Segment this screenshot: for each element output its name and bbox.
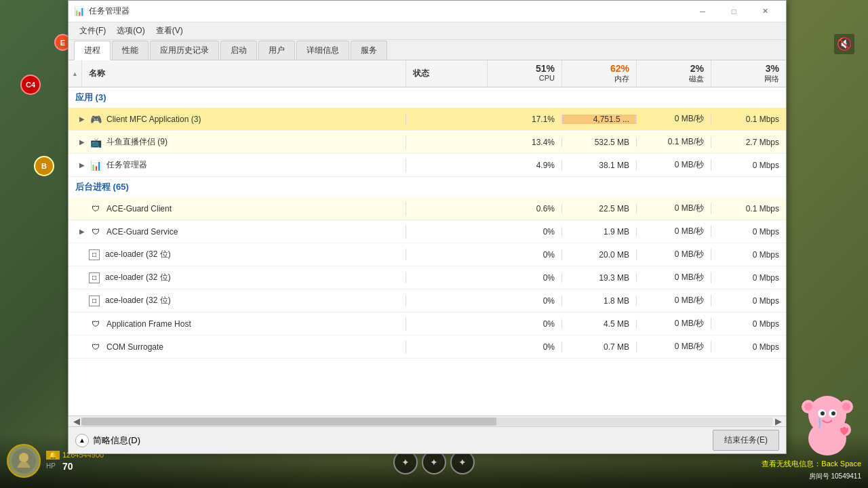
app-icon: 🛡: [89, 340, 102, 354]
row-disk: 0.1 MB/秒: [637, 136, 711, 148]
process-name: ace-loader (32 位): [105, 272, 399, 283]
row-mem: 20.0 MB: [562, 250, 637, 260]
menu-view[interactable]: 查看(V): [151, 23, 189, 39]
menu-file[interactable]: 文件(F): [74, 23, 111, 39]
row-disk: 0 MB/秒: [637, 249, 711, 260]
table-row[interactable]: ▶ □ ace-loader (32 位) 0% 20.0 MB 0 MB/秒 …: [68, 243, 786, 266]
table-row[interactable]: ▶ 🛡 Application Frame Host 0% 4.5 MB 0 M…: [68, 312, 786, 336]
tab-bar: 进程 性能 应用历史记录 启动 用户 详细信息 服务: [68, 40, 786, 60]
expand-icon[interactable]: ▶: [75, 161, 89, 169]
col-header-mem[interactable]: 62% 内存: [562, 60, 637, 87]
close-button[interactable]: ✕: [749, 1, 781, 22]
tab-users[interactable]: 用户: [258, 41, 295, 60]
row-cpu: 0%: [488, 227, 562, 237]
row-net: 0 Mbps: [711, 250, 786, 260]
process-name: COM Surrogate: [106, 342, 399, 352]
cartoon-character: [800, 381, 854, 458]
tab-services[interactable]: 服务: [351, 41, 387, 60]
process-name: ACE-Guard Client: [106, 204, 399, 214]
row-mem: 38.1 MB: [562, 161, 637, 170]
col-header-disk[interactable]: 2% 磁盘: [637, 60, 711, 87]
table-row[interactable]: ▶ 📊 任务管理器 4.9% 38.1 MB 0 MB/秒 0 Mbps: [68, 154, 786, 177]
svg-point-7: [831, 411, 835, 415]
window-icon: 📊: [74, 6, 85, 17]
table-row[interactable]: ▶ 📺 斗鱼直播伴侣 (9) 13.4% 532.5 MB 0.1 MB/秒 2…: [68, 131, 786, 154]
row-disk: 0 MB/秒: [637, 272, 711, 283]
row-mem: 1.9 MB: [562, 227, 637, 237]
col-header-net[interactable]: 3% 网络: [711, 60, 786, 87]
row-mem: 4,751.5 ...: [562, 115, 637, 124]
row-disk: 0 MB/秒: [637, 159, 711, 171]
col-header-status[interactable]: 状态: [406, 60, 488, 87]
svg-point-1: [19, 453, 28, 462]
horizontal-scrollbar[interactable]: ◀ ▶: [68, 415, 786, 426]
row-cpu: 0%: [488, 342, 562, 352]
menu-options[interactable]: 选项(O): [111, 23, 150, 39]
mem-pct: 62%: [569, 63, 629, 74]
tab-performance[interactable]: 性能: [112, 41, 149, 60]
scroll-track[interactable]: [81, 418, 773, 426]
cpu-label: CPU: [494, 74, 555, 82]
disk-pct: 2%: [644, 63, 704, 74]
svg-point-6: [821, 411, 825, 415]
row-name-ace-client: ▶ 🛡 ACE-Guard Client: [68, 202, 406, 216]
mem-label: 内存: [569, 74, 629, 84]
row-name-taskmgr: ▶ 📊 任务管理器: [68, 159, 406, 172]
window-title: 任务管理器: [89, 5, 687, 17]
svg-point-10: [804, 403, 812, 411]
maximize-button[interactable]: □: [718, 1, 749, 22]
row-disk: 0 MB/秒: [637, 341, 711, 352]
table-row[interactable]: ▶ 🎮 Client MFC Application (3) 17.1% 4,7…: [68, 108, 786, 131]
table-header: ▲ 名称 状态 51% CPU 62% 内存 2% 磁盘 3% 网络: [68, 60, 786, 87]
svg-point-11: [842, 403, 850, 411]
tab-startup[interactable]: 启动: [220, 41, 257, 60]
row-cpu: 0.6%: [488, 204, 562, 214]
tab-processes[interactable]: 进程: [74, 41, 111, 60]
row-name-ace-service: ▶ 🛡 ACE-Guard Service: [68, 225, 406, 239]
end-task-button[interactable]: 结束任务(E): [713, 430, 779, 451]
collapse-button[interactable]: ▲: [75, 434, 89, 447]
table-row[interactable]: ▶ □ ace-loader (32 位) 0% 1.8 MB 0 MB/秒 0…: [68, 289, 786, 312]
sound-icon[interactable]: 🔇: [834, 34, 854, 54]
row-disk: 0 MB/秒: [637, 318, 711, 329]
process-name: 任务管理器: [106, 159, 399, 171]
net-pct: 3%: [718, 63, 779, 74]
process-name: ace-loader (32 位): [105, 295, 399, 306]
minimize-button[interactable]: ─: [687, 1, 718, 22]
row-net: 0.1 Mbps: [711, 115, 786, 124]
app-icon: 📺: [89, 136, 102, 149]
process-name: Client MFC Application (3): [106, 115, 399, 124]
tab-app-history[interactable]: 应用历史记录: [150, 41, 219, 60]
process-name: Application Frame Host: [106, 319, 399, 329]
section-apps: 应用 (3): [68, 87, 786, 108]
col-header-cpu[interactable]: 51% CPU: [488, 60, 562, 87]
summary-label[interactable]: 简略信息(D): [93, 434, 140, 447]
row-mem: 19.3 MB: [562, 273, 637, 283]
table-row[interactable]: ▶ 🛡 ACE-Guard Client 0.6% 22.5 MB 0 MB/秒…: [68, 197, 786, 220]
expand-icon[interactable]: ▶: [75, 228, 89, 235]
row-disk: 0 MB/秒: [637, 113, 711, 125]
app-icon: □: [89, 296, 100, 306]
table-row[interactable]: ▶ □ ace-loader (32 位) 0% 19.3 MB 0 MB/秒 …: [68, 266, 786, 289]
table-row[interactable]: ▶ 🛡 COM Surrogate 0% 0.7 MB 0 MB/秒 0 Mbp…: [68, 336, 786, 359]
table-row[interactable]: ▶ 🛡 ACE-Guard Service 0% 1.9 MB 0 MB/秒 0…: [68, 220, 786, 243]
row-net: 0 Mbps: [711, 319, 786, 329]
sort-arrow: ▲: [72, 70, 78, 77]
scroll-thumb[interactable]: [81, 418, 496, 426]
col-header-name[interactable]: 名称: [82, 60, 406, 87]
c4-badge: C4: [20, 75, 41, 95]
row-net: 2.7 Mbps: [711, 138, 786, 147]
app-icon: 🎮: [89, 113, 102, 126]
process-name: ACE-Guard Service: [106, 227, 399, 237]
row-net: 0 Mbps: [711, 296, 786, 306]
row-mem: 1.8 MB: [562, 296, 637, 306]
process-name: ace-loader (32 位): [105, 249, 399, 260]
row-name-ace-loader-2: ▶ □ ace-loader (32 位): [68, 272, 406, 283]
expand-icon[interactable]: ▶: [75, 138, 89, 146]
status-bar: ▲ 简略信息(D) 结束任务(E): [68, 426, 786, 453]
table-body[interactable]: 应用 (3) ▶ 🎮 Client MFC Application (3) 17…: [68, 87, 786, 415]
tab-details[interactable]: 详细信息: [296, 41, 349, 60]
expand-icon[interactable]: ▶: [75, 115, 89, 123]
row-disk: 0 MB/秒: [637, 203, 711, 214]
row-mem: 4.5 MB: [562, 319, 637, 329]
